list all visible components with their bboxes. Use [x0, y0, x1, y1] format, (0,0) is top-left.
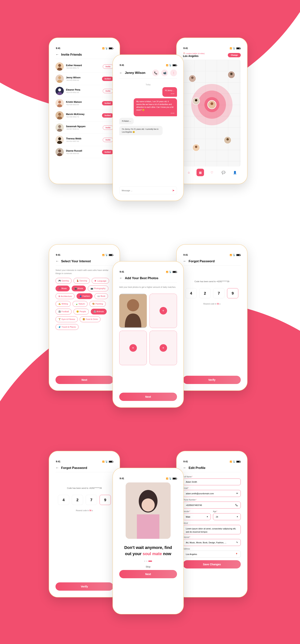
invited-button[interactable]: Invited [102, 77, 113, 81]
status-bar: 9:41📶📡 [116, 269, 181, 274]
nav-map-icon[interactable]: ▦ [196, 169, 204, 176]
back-icon[interactable]: ← [119, 276, 123, 280]
add-icon: + [159, 344, 167, 352]
avatar [55, 99, 64, 107]
user-avatar[interactable] [207, 100, 216, 109]
fullname-field[interactable]: Adam Smith [183, 478, 241, 485]
invite-button[interactable]: Invite [103, 138, 113, 142]
message-input[interactable] [122, 189, 170, 192]
label-phone: Phone Number [183, 499, 241, 501]
label-interest: Interest [183, 536, 241, 538]
nav-likes-icon[interactable]: ♡ [208, 169, 216, 176]
otp-digit[interactable]: 2 [199, 288, 211, 298]
invite-button[interactable]: Invite [103, 126, 113, 130]
status-bar: 9:41📶📡 [179, 252, 245, 257]
invited-button[interactable]: Invited [102, 101, 113, 106]
otp-digit[interactable]: 4 [58, 495, 69, 505]
back-icon[interactable]: ← [183, 466, 186, 470]
interest-chip[interactable]: 👗 Fashion [77, 293, 93, 299]
svg-point-4 [58, 76, 61, 79]
send-icon[interactable]: ➤ [172, 188, 174, 192]
photo-slot-filled[interactable] [119, 294, 147, 328]
interest-chip[interactable]: ⚽ Football [55, 309, 72, 314]
svg-point-19 [58, 137, 61, 140]
message-composer[interactable]: ➤ [119, 186, 177, 194]
interest-chip[interactable]: 🍔 Food & Drink [80, 316, 101, 322]
invite-button[interactable]: Invite [103, 64, 113, 69]
video-icon[interactable]: 📹 [161, 70, 168, 76]
nav-home-icon[interactable]: ⌂ [185, 169, 193, 176]
photo-slot-empty[interactable]: + [119, 331, 147, 365]
invite-button[interactable]: Invite [103, 89, 113, 93]
svg-point-33 [195, 146, 197, 148]
invited-button[interactable]: Invited [102, 113, 113, 118]
nav-chat-icon[interactable]: 💬 [220, 169, 227, 176]
otp-digit[interactable]: 7 [86, 495, 97, 505]
nav-profile-icon[interactable]: 👤 [231, 169, 239, 176]
interest-chip[interactable]: 🎵 Music [55, 286, 70, 292]
phone-icon: 📞 [235, 504, 238, 506]
chevron-down-icon: ▾ [237, 516, 238, 518]
otp-digit[interactable]: 4 [185, 288, 197, 298]
otp-digit[interactable]: 9 [100, 495, 111, 505]
photo-slot-empty[interactable]: + [150, 331, 177, 365]
photo-slot-empty[interactable]: + [150, 294, 177, 328]
interest-field[interactable]: Art, Music, Movie, Book, Design, Fashion… [183, 539, 241, 546]
interest-chip[interactable]: 📷 Photography [88, 286, 108, 292]
interest-chip[interactable]: 🎬 Movie [72, 286, 86, 292]
nearby-avatar[interactable] [192, 97, 200, 105]
add-icon: + [129, 344, 137, 352]
svg-point-16 [58, 125, 61, 128]
interest-chip[interactable]: 🧳 Travel & Places [55, 324, 79, 330]
skip-button[interactable]: Skip [119, 566, 177, 568]
next-button[interactable]: Next [119, 570, 177, 578]
interest-chip[interactable]: 📖 Book [95, 293, 108, 299]
interest-chip[interactable]: 🐼 Animals [91, 309, 107, 314]
svg-point-35 [227, 138, 229, 140]
otp-digit[interactable]: 9 [227, 288, 238, 298]
phone-field[interactable]: +6285637483749📞 [183, 502, 241, 508]
chevron-down-icon: ▾ [207, 516, 208, 518]
address-field[interactable]: Los Angeles📍 [183, 551, 241, 558]
otp-digit[interactable]: 2 [72, 495, 83, 505]
gender-select[interactable]: Male▾ [183, 513, 211, 520]
label-age: Age [213, 510, 241, 512]
interest-chip[interactable]: ✍️ Writing [55, 301, 71, 307]
map-view[interactable] [183, 60, 241, 166]
nearby-avatar[interactable] [189, 75, 196, 82]
interest-chip[interactable]: 🎨 Painting [89, 301, 106, 307]
back-icon[interactable]: ← [183, 259, 186, 263]
otp-digit[interactable]: 7 [213, 288, 224, 298]
otp-message: Code has been send to +6282******39 [183, 280, 241, 282]
nearby-avatar[interactable] [224, 136, 231, 144]
more-icon[interactable]: ⋮ [170, 70, 177, 76]
onboard-title: Don't wait anymore, find out your soul m… [119, 544, 177, 557]
back-icon[interactable]: ← [55, 466, 59, 470]
age-select[interactable]: 24▾ [213, 513, 241, 520]
interest-chip[interactable]: 🏋 Gym & Fitness [55, 316, 78, 322]
back-icon[interactable]: ← [55, 52, 59, 56]
change-button[interactable]: Change [228, 53, 241, 57]
save-button[interactable]: Save Changes [183, 560, 241, 568]
interest-chip[interactable]: 🍃 Nature [73, 301, 88, 307]
nearby-avatar[interactable] [192, 144, 200, 152]
about-field[interactable]: Lorem ipsum dolor sit amet, consectetur … [183, 525, 241, 534]
back-icon[interactable]: ← [55, 259, 59, 263]
back-icon[interactable]: ← [119, 71, 123, 75]
next-button[interactable]: Next [119, 393, 177, 401]
invited-button[interactable]: Invited [102, 150, 113, 154]
nearby-avatar[interactable] [228, 71, 235, 78]
call-icon[interactable]: 📞 [152, 70, 159, 76]
verify-button[interactable]: Verify [55, 582, 113, 591]
email-field[interactable]: adam.smith@yourdomain.com✉ [183, 490, 241, 497]
location-value: Los Angeles [183, 54, 205, 58]
next-button[interactable]: Next [55, 376, 113, 384]
status-bar: 9:41📶📡 [179, 459, 245, 464]
interest-chip[interactable]: 🏛 Architecture [55, 293, 75, 299]
interest-chip[interactable]: 😊 People [73, 309, 89, 314]
interest-chip[interactable]: 🎮 Gaming [55, 278, 72, 284]
interest-chip[interactable]: 🗣 Language [92, 278, 109, 284]
day-divider: Today [119, 84, 177, 86]
interest-chip[interactable]: 💃 Dancing [73, 278, 90, 284]
verify-button[interactable]: Verify [183, 376, 241, 384]
